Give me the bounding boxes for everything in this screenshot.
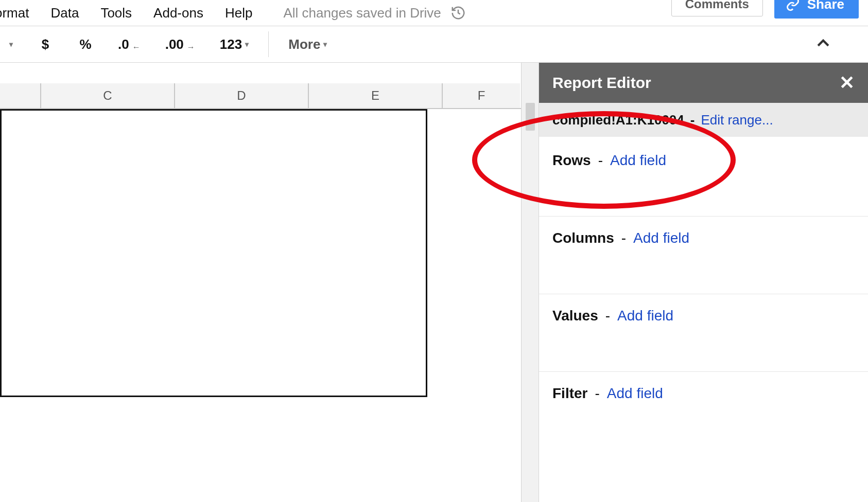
columns-add-field-link[interactable]: Add field <box>633 230 689 246</box>
menu-bar-left: ormat Data Tools Add-ons Help All change… <box>3 5 466 21</box>
column-header-c[interactable]: C <box>41 83 175 108</box>
menu-format[interactable]: ormat <box>0 5 29 21</box>
menu-data[interactable]: Data <box>50 5 79 21</box>
dash-text: - <box>605 308 610 324</box>
filter-add-field-link[interactable]: Add field <box>607 385 663 402</box>
chevron-up-icon <box>814 34 832 51</box>
increase-decimal-label: .00 <box>165 37 184 52</box>
menu-bar: ormat Data Tools Add-ons Help All change… <box>0 0 868 26</box>
values-section: Values - Add field <box>539 294 868 372</box>
dash-text: - <box>690 112 695 128</box>
save-status-text: All changes saved in Drive <box>283 5 441 21</box>
increase-decimal-button[interactable]: .00 → <box>160 30 200 59</box>
dash-text: - <box>598 152 603 169</box>
decrease-decimal-label: .0 <box>118 37 129 52</box>
columns-label: Columns <box>552 230 614 246</box>
filter-label: Filter <box>552 385 587 402</box>
collapse-toolbar-button[interactable] <box>814 34 832 55</box>
format-percent-button[interactable]: % <box>73 30 98 59</box>
comments-button-label: Comments <box>685 0 749 11</box>
columns-section: Columns - Add field <box>539 217 868 294</box>
format-toolbar: $ % .0 ← .00 → 123 More <box>0 26 868 63</box>
close-icon[interactable]: ✕ <box>839 72 855 94</box>
spreadsheet-area[interactable]: C D E F <box>0 63 521 502</box>
column-header-f[interactable]: F <box>443 83 520 108</box>
values-label: Values <box>552 308 598 324</box>
decrease-decimal-button[interactable]: .0 ← <box>113 30 146 59</box>
report-editor-range-row: compiled!A1:K10004 - Edit range... <box>539 103 868 137</box>
arrow-right-icon: → <box>187 43 195 52</box>
report-editor-panel: Report Editor ✕ compiled!A1:K10004 - Edi… <box>539 63 868 502</box>
format-currency-button[interactable]: $ <box>32 30 58 59</box>
share-button[interactable]: Share <box>774 0 859 19</box>
share-button-label: Share <box>807 0 844 12</box>
column-header-d[interactable]: D <box>175 83 309 108</box>
column-header-row: C D E F <box>0 83 521 109</box>
rows-add-field-link[interactable]: Add field <box>610 152 666 169</box>
link-icon <box>786 0 800 11</box>
history-icon[interactable] <box>450 5 466 21</box>
rows-label: Rows <box>552 152 591 169</box>
column-header-e[interactable]: E <box>309 83 443 108</box>
pivot-range-text: compiled!A1:K10004 <box>552 112 684 128</box>
menu-help[interactable]: Help <box>225 5 252 21</box>
toolbar-leading-dropdown[interactable] <box>1 30 18 59</box>
column-header-spacer <box>0 83 41 108</box>
comments-button[interactable]: Comments <box>671 0 763 16</box>
menu-tools[interactable]: Tools <box>100 5 132 21</box>
arrow-left-icon: ← <box>132 43 141 52</box>
rows-section: Rows - Add field <box>539 137 868 217</box>
more-button[interactable]: More <box>283 30 332 59</box>
dash-text: - <box>621 230 626 246</box>
menu-bar-right: Comments Share <box>671 7 865 19</box>
content-area: C D E F Report Editor ✕ compiled!A1:K100… <box>0 63 868 502</box>
vertical-scrollbar[interactable] <box>521 63 539 502</box>
filter-section: Filter - Add field <box>539 372 868 418</box>
selected-cell-range[interactable] <box>0 109 427 397</box>
number-format-dropdown[interactable]: 123 <box>215 30 254 59</box>
report-editor-header: Report Editor ✕ <box>539 63 868 103</box>
menu-addons[interactable]: Add-ons <box>153 5 203 21</box>
dash-text: - <box>595 385 599 402</box>
report-editor-title: Report Editor <box>552 74 651 92</box>
scrollbar-thumb[interactable] <box>526 103 535 131</box>
save-status: All changes saved in Drive <box>283 5 465 21</box>
values-add-field-link[interactable]: Add field <box>617 308 673 324</box>
toolbar-divider <box>268 31 269 57</box>
edit-range-link[interactable]: Edit range... <box>701 112 773 128</box>
